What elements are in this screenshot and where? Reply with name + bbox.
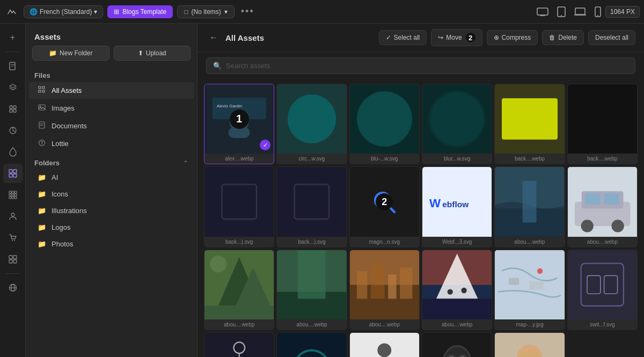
asset-item-portrait[interactable]: ... bbox=[494, 332, 565, 357]
svg-rect-37 bbox=[42, 90, 45, 92]
asset-name-abou-waterfall: abou....webp bbox=[495, 237, 564, 247]
svg-point-5 bbox=[597, 15, 598, 16]
select-all-button[interactable]: ✓ Select all bbox=[379, 30, 427, 45]
asset-item-person-illus[interactable]: ... bbox=[349, 332, 420, 357]
tablet-icon[interactable] bbox=[557, 6, 566, 17]
back-button[interactable]: ← bbox=[206, 30, 221, 45]
sidebar-drop-btn[interactable] bbox=[3, 142, 23, 162]
folder-icons[interactable]: 📁 Icons bbox=[29, 186, 194, 202]
asset-thumb-city bbox=[350, 250, 419, 319]
new-folder-button[interactable]: 📁 New Folder bbox=[32, 46, 109, 61]
move-icon: ↪ bbox=[438, 34, 443, 41]
mobile-icon[interactable] bbox=[595, 6, 601, 17]
asset-item-webflow[interactable]: W ebflow Webf...3.svg bbox=[422, 166, 492, 247]
search-input[interactable] bbox=[226, 62, 628, 70]
asset-item-magnify[interactable]: 2 magn...n.svg bbox=[349, 166, 420, 247]
svg-rect-59 bbox=[523, 181, 537, 223]
desktop-icon[interactable] bbox=[537, 8, 548, 16]
sidebar-apps-btn[interactable] bbox=[3, 185, 23, 205]
search-icon: 🔍 bbox=[213, 62, 222, 70]
asset-item-map[interactable]: map-...y.jpg bbox=[494, 250, 565, 330]
laptop-icon[interactable] bbox=[574, 8, 586, 16]
asset-name-magnify: magn...n.svg bbox=[350, 237, 419, 247]
svg-rect-22 bbox=[9, 196, 11, 199]
asset-item-alien[interactable]: ... bbox=[422, 332, 492, 357]
svg-rect-36 bbox=[39, 90, 41, 92]
svg-rect-34 bbox=[39, 86, 41, 89]
asset-item-abou-waterfall[interactable]: abou....webp bbox=[494, 166, 565, 247]
move-button[interactable]: ↪ Move 2 bbox=[431, 29, 482, 46]
upload-button[interactable]: ⬆ Upload bbox=[114, 46, 191, 61]
folder-logos[interactable]: 📁 Logos bbox=[29, 220, 194, 235]
asset-name-back-yellow: back....webp bbox=[495, 154, 564, 164]
svg-point-65 bbox=[581, 220, 593, 232]
asset-item-blur[interactable]: blur...w.svg bbox=[422, 84, 492, 164]
nav-documents[interactable]: Documents bbox=[29, 118, 194, 134]
asset-item-abou-waterfall2[interactable]: abou....webp bbox=[276, 250, 347, 330]
svg-rect-12 bbox=[9, 170, 12, 173]
asset-item-back-svg2[interactable]: back...).svg bbox=[276, 166, 347, 247]
asset-item-abou-car[interactable]: abou....webp bbox=[567, 166, 638, 247]
asset-item-back-dark[interactable]: back....webp bbox=[567, 84, 638, 164]
asset-name-blu: blu-...w.svg bbox=[350, 154, 419, 164]
svg-text:W: W bbox=[429, 196, 441, 210]
svg-rect-86 bbox=[422, 298, 492, 319]
asset-area-title: All Assets bbox=[225, 33, 264, 42]
folder-illustrations[interactable]: 📁 Illustrations bbox=[29, 203, 194, 218]
svg-rect-91 bbox=[509, 278, 519, 285]
folder-ai[interactable]: 📁 AI bbox=[29, 170, 194, 185]
sidebar-shop-btn[interactable] bbox=[3, 228, 23, 247]
file-panel: Assets 📁 New Folder ⬆ Upload Files All A… bbox=[26, 24, 197, 357]
asset-item-abou-snow[interactable]: abou....webp bbox=[422, 250, 492, 330]
asset-item-abou-mountain[interactable]: abou....webp bbox=[204, 250, 274, 330]
nav-all-assets[interactable]: All Assets bbox=[29, 82, 194, 99]
delete-button[interactable]: 🗑 Delete bbox=[542, 30, 584, 45]
asset-search: 🔍 bbox=[197, 52, 644, 79]
icon-sidebar: + bbox=[0, 24, 26, 357]
svg-point-66 bbox=[611, 220, 624, 232]
asset-item-blu[interactable]: blu-...w.svg bbox=[349, 84, 420, 164]
svg-rect-0 bbox=[537, 8, 548, 15]
sidebar-palette-btn[interactable] bbox=[3, 121, 23, 140]
move-badge: 2 bbox=[466, 33, 475, 42]
asset-thumb-back-svg2 bbox=[277, 167, 346, 236]
asset-item-switch[interactable]: swit...f.svg bbox=[567, 250, 638, 330]
asset-thumb-back-dark bbox=[568, 84, 637, 154]
asset-item-abou-city[interactable]: abou....webp bbox=[349, 250, 420, 330]
more-options[interactable]: ••• bbox=[241, 6, 254, 17]
folder-photos[interactable]: 📁 Photos bbox=[29, 236, 194, 252]
language-selector[interactable]: 🌐 French (Standard) ▾ bbox=[24, 5, 103, 18]
sidebar-users-btn[interactable] bbox=[3, 207, 23, 226]
nav-lottie[interactable]: Lottie bbox=[29, 135, 194, 152]
no-items-selector[interactable]: □ (No items) ▾ bbox=[177, 5, 235, 18]
svg-point-97 bbox=[233, 342, 245, 353]
deselect-all-button[interactable]: Deselect all bbox=[588, 30, 635, 45]
svg-rect-96 bbox=[604, 275, 618, 294]
asset-thumb-alex: Alexis Gardin ✓ 1 bbox=[204, 84, 274, 154]
asset-name-webflow: Webf...3.svg bbox=[422, 237, 492, 247]
sidebar-add-btn[interactable]: + bbox=[3, 28, 23, 47]
asset-item-person-walk[interactable]: ... bbox=[204, 332, 274, 357]
asset-item-circ[interactable]: circ...w.svg bbox=[276, 84, 347, 164]
sidebar-grid-btn[interactable] bbox=[3, 250, 23, 269]
asset-item-back-svg1[interactable]: back...).svg bbox=[204, 166, 274, 247]
asset-item-alex[interactable]: Alexis Gardin ✓ 1 alex....webp bbox=[204, 84, 274, 164]
sidebar-layers-btn[interactable] bbox=[3, 78, 23, 97]
svg-rect-23 bbox=[12, 196, 14, 199]
check-icon: ✓ bbox=[386, 34, 391, 41]
svg-rect-50 bbox=[295, 185, 330, 220]
nav-images[interactable]: Images bbox=[29, 100, 194, 116]
svg-rect-19 bbox=[9, 194, 11, 196]
svg-rect-13 bbox=[13, 170, 17, 173]
template-button[interactable]: ⊞ Blogs Template bbox=[107, 5, 173, 18]
sidebar-page-btn[interactable] bbox=[3, 56, 23, 76]
compress-button[interactable]: ⊕ Compress bbox=[487, 30, 538, 45]
svg-rect-8 bbox=[13, 106, 16, 108]
sidebar-globe-btn[interactable] bbox=[3, 278, 23, 297]
asset-item-back-yellow[interactable]: back....webp bbox=[494, 84, 565, 164]
sidebar-assets-btn[interactable] bbox=[3, 164, 23, 183]
sidebar-components-btn[interactable] bbox=[3, 99, 23, 119]
upload-icon: ⬆ bbox=[138, 49, 143, 57]
asset-item-teal-icon[interactable]: ... bbox=[276, 332, 347, 357]
folders-toggle-icon[interactable]: ⌃ bbox=[183, 159, 188, 167]
